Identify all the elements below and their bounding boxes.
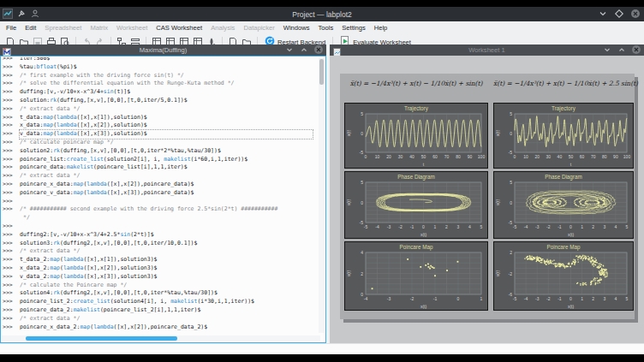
code-line[interactable]: >>>poincare_data_2:makelist(poincare_lis…: [3, 306, 316, 315]
window-close-icon[interactable]: [630, 7, 641, 22]
vertical-scroll-thumb[interactable]: [319, 59, 324, 85]
svg-text:-3: -3: [535, 224, 540, 229]
cas-header-buttons: [284, 45, 324, 56]
code-line[interactable]: >>>/* extract data */: [3, 172, 316, 181]
code-line[interactable]: >>>solution2:rk(duffing,[x,v],[0,0],[t,0…: [3, 147, 316, 156]
plot-trajectory-1[interactable]: Trajectory0102030405060708090100-505tx(t…: [344, 103, 488, 169]
code-prompt: >>>: [3, 306, 20, 315]
menu-cas-worksheet[interactable]: CAS Worksheet: [152, 22, 206, 33]
code-line[interactable]: >>>/* extract data */: [3, 247, 316, 256]
code-prompt: >>>: [3, 323, 20, 332]
plot-poincare-1[interactable]: Poincare Map-4-3-2-101024x(t)v(t): [344, 241, 488, 311]
worksheet-page[interactable]: ẍ(t) = −1/4x³(t) + x(t) − 1/10ẋ(t) + sin…: [340, 74, 635, 319]
code-text: t_data:map(lambda([x],x[1]),solution)$: [20, 114, 147, 121]
code-line[interactable]: >>>poincare_list:create_list(solution2[i…: [3, 156, 316, 164]
code-prompt: >>>: [3, 105, 20, 114]
plot-phase-1[interactable]: Phase Diagram-5-4-3-2-1012345-505x(t)v(t…: [344, 171, 488, 239]
svg-text:2: 2: [445, 224, 448, 229]
code-text: %tau:bfloat(%pi)$: [20, 63, 77, 70]
svg-text:2: 2: [592, 224, 594, 229]
plot-poincare-2[interactable]: Poincare Map-5-4-3-2-1012345-6-22x(t)v(t…: [493, 241, 634, 311]
code-prompt: >>>: [3, 63, 20, 72]
code-line[interactable]: */: [3, 214, 316, 223]
code-line[interactable]: >>>poincare_data:makelist(poincare_list[…: [3, 163, 316, 172]
code-prompt: >>>: [3, 114, 20, 122]
code-line[interactable]: >>>/* ########### second example with th…: [3, 205, 316, 214]
svg-text:100: 100: [478, 154, 486, 159]
svg-text:50: 50: [421, 154, 426, 159]
code-line[interactable]: >>>t_data_2:map(lambda([x],x[1]),solutio…: [3, 256, 316, 264]
svg-text:-1: -1: [410, 224, 414, 229]
code-line[interactable]: >>>x_data:map(lambda([x],x[2]),solution)…: [3, 122, 316, 130]
code-text: /* extract data */: [20, 105, 80, 112]
code-line[interactable]: >>>solution3:rk(duffing2,[x,v],[0,0],[t,…: [3, 240, 316, 248]
svg-text:20: 20: [386, 154, 391, 159]
code-text: /* extract data */: [20, 172, 80, 179]
svg-text:x(t): x(t): [346, 130, 351, 137]
menu-settings[interactable]: Settings: [337, 22, 369, 33]
code-prompt: >>>: [3, 298, 20, 306]
vertical-scrollbar[interactable]: [319, 57, 325, 333]
window-restore-icon[interactable]: [614, 7, 624, 22]
svg-text:2: 2: [510, 250, 512, 255]
code-line[interactable]: >>>/* solve the differential equation wi…: [3, 80, 316, 88]
svg-text:4: 4: [468, 224, 471, 229]
svg-text:v(t): v(t): [495, 199, 500, 206]
plot-phase-2[interactable]: Phase Diagram-5-4-3-2-1012345-505x(t)v(t…: [493, 171, 634, 239]
code-editor[interactable]: >>>iter:500$>>>%tau:bfloat(%pi)$>>>/* fi…: [3, 57, 316, 333]
svg-text:x(t): x(t): [420, 232, 427, 237]
code-text: poincare_data_2:makelist(poincare_list_2…: [20, 306, 200, 313]
code-line[interactable]: >>>/* calculate poincare map */: [3, 139, 316, 147]
svg-text:3: 3: [603, 296, 605, 301]
code-line[interactable]: >>>x_data_2:map(lambda([x],x[2]),solutio…: [3, 264, 316, 273]
code-line[interactable]: >>>iter:500$: [3, 57, 316, 63]
cas-worksheet-header[interactable]: Maxima(Duffing): [0, 45, 326, 56]
code-line[interactable]: >>>t_data:map(lambda([x],x[1]),solution)…: [3, 114, 316, 122]
horizontal-scrollbar[interactable]: [2, 335, 320, 341]
code-line[interactable]: >>>v_data:map(lambda([x],x[3]),solution)…: [3, 130, 316, 139]
code-line[interactable]: >>>poincare_x_data:map(lambda([x],x[2]),…: [3, 181, 316, 189]
menu-worksheet: Worksheet: [112, 22, 152, 33]
horizontal-scroll-thumb[interactable]: [26, 336, 177, 341]
code-text: /* solve the differential equation with …: [20, 80, 234, 86]
code-line[interactable]: >>>/* extract data */: [3, 105, 316, 114]
code-line[interactable]: >>>poincare_list_2:create_list(solution4…: [3, 298, 316, 306]
code-text: x_data_2:map(lambda([x],x[2]),solution3)…: [20, 264, 157, 271]
cas-code-panel[interactable]: >>>iter:500$>>>%tau:bfloat(%pi)$>>>/* fi…: [0, 56, 326, 343]
menu-help[interactable]: Help: [370, 22, 392, 33]
code-line[interactable]: >>>duffing:[v,-v/10+x-x^3/4+sin(t)]$: [3, 88, 316, 97]
svg-text:5: 5: [626, 296, 629, 301]
code-line[interactable]: >>>/* extract data */: [3, 315, 316, 323]
code-text: /* extract data */: [20, 247, 80, 254]
code-line[interactable]: >>>/* first example with the driving for…: [3, 72, 316, 80]
plot-trajectory-2[interactable]: Trajectory0102030405060708090100-505tx(t…: [493, 103, 634, 169]
code-line[interactable]: >>>%tau:bfloat(%pi)$: [3, 63, 316, 72]
window-titlebar[interactable]: Project — labplot2: [0, 7, 644, 21]
code-line[interactable]: >>>v_data_2:map(lambda([x],x[3]),solutio…: [3, 273, 316, 282]
code-line[interactable]: >>>: [3, 223, 316, 231]
code-line[interactable]: >>>solution4:rk(duffing2,[x,v],[0,0],[t,…: [3, 289, 316, 298]
code-line[interactable]: >>>: [3, 198, 316, 206]
svg-text:0: 0: [361, 200, 363, 205]
menu-edit[interactable]: Edit: [21, 22, 40, 33]
code-prompt: >>>: [3, 147, 20, 156]
menu-file[interactable]: File: [2, 22, 21, 33]
code-prompt: >>>: [3, 205, 20, 214]
code-line[interactable]: >>>solution:rk(duffing,[x,v],[0,0],[t,0,…: [3, 97, 316, 105]
code-line[interactable]: >>>duffing2:[v,-v/10+x-x^3/4+2.5*sin(2*t…: [3, 231, 316, 240]
svg-text:-2: -2: [509, 271, 513, 276]
titlebar-window-controls: [598, 7, 641, 21]
code-line[interactable]: >>>/* calculate the Poincare map */: [3, 282, 316, 290]
menu-windows[interactable]: Windows: [279, 22, 314, 33]
menu-tools[interactable]: Tools: [314, 22, 338, 33]
svg-text:2: 2: [592, 296, 594, 301]
svg-text:-6: -6: [509, 292, 513, 297]
worksheet-header[interactable]: Worksheet 1: [330, 45, 644, 56]
code-line[interactable]: >>>poincare_x_data_2:map(lambda([x],x[2]…: [3, 323, 316, 332]
cas-worksheet-title: Maxima(Duffing): [0, 46, 326, 54]
code-line[interactable]: >>>poincare_v_data:map(lambda([x],x[3]),…: [3, 189, 316, 198]
window-shade-icon[interactable]: [598, 7, 608, 22]
worksheet-view[interactable]: ẍ(t) = −1/4x³(t) + x(t) − 1/10ẋ(t) + sin…: [330, 56, 644, 343]
svg-text:10: 10: [375, 154, 380, 159]
svg-text:60: 60: [432, 154, 438, 159]
